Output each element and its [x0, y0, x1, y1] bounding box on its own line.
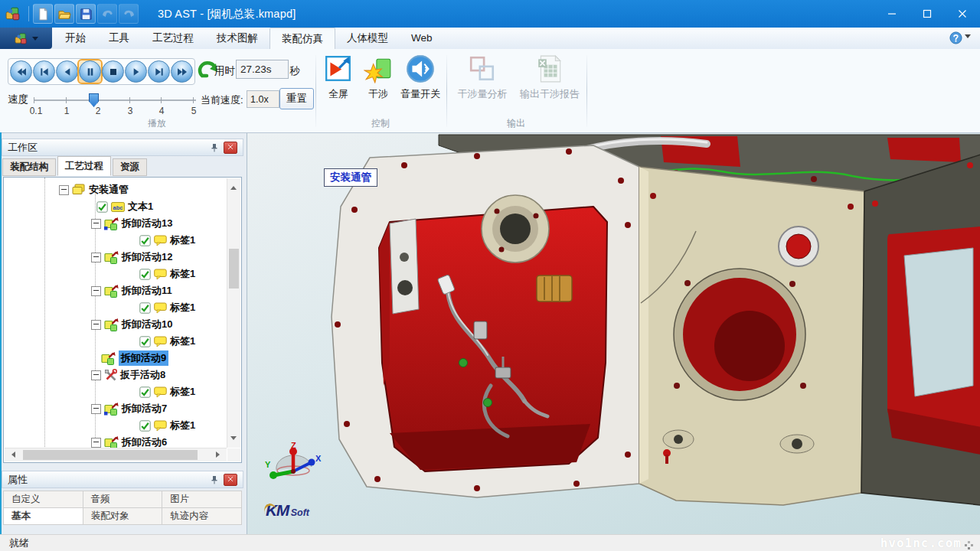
reset-speed-button[interactable]: 重置	[279, 88, 314, 109]
fullscreen-button[interactable]: 全屏	[318, 54, 358, 101]
tab-custom[interactable]: 自定义	[4, 491, 83, 508]
new-document-button[interactable]	[33, 4, 53, 24]
tab-trajectory[interactable]: 轨迹内容	[162, 508, 242, 525]
tab-start[interactable]: 开始	[54, 28, 97, 48]
checkbox-checked-icon[interactable]	[139, 386, 151, 398]
open-file-button[interactable]	[54, 4, 74, 24]
collapse-expander-icon[interactable]	[91, 253, 101, 262]
tree-item-tag[interactable]: 标签1	[4, 333, 226, 350]
3d-viewport[interactable]: 安装通管 Z X Y KM Soft	[247, 133, 980, 534]
workspace-panel-title: 工作区	[8, 141, 210, 155]
vertical-scrollbar-thumb[interactable]	[229, 249, 239, 289]
undo-button[interactable]	[97, 4, 117, 24]
elapsed-time-unit: 秒	[289, 64, 300, 78]
collapse-expander-icon[interactable]	[91, 286, 101, 296]
collapse-expander-icon[interactable]	[91, 320, 101, 330]
tab-assembly-structure[interactable]: 装配结构	[2, 158, 56, 176]
collapse-expander-icon[interactable]	[59, 185, 69, 195]
cad-model[interactable]	[247, 133, 980, 534]
checkbox-checked-icon[interactable]	[96, 201, 108, 213]
checkbox-checked-icon[interactable]	[139, 302, 151, 314]
workspace-panel: 工作区 装配结构 工艺过程 资源 安装通管 文本1 拆卸活动13 标签1	[2, 134, 243, 468]
orientation-axes[interactable]: Z X Y	[264, 442, 322, 485]
collapse-expander-icon[interactable]	[91, 404, 101, 414]
maximize-button[interactable]	[910, 0, 945, 28]
interference-button[interactable]: 干涉	[360, 54, 397, 101]
tab-process-tree[interactable]: 工艺过程	[57, 156, 111, 176]
horizontal-scrollbar[interactable]	[5, 448, 227, 461]
activity-icon	[101, 352, 116, 365]
scroll-down-icon[interactable]	[230, 436, 237, 443]
tab-process[interactable]: 工艺过程	[141, 28, 205, 48]
tree-item-activity12[interactable]: 拆卸活动12	[4, 249, 226, 266]
fast-forward-button[interactable]	[171, 60, 193, 83]
tag-bubble-icon	[154, 268, 167, 280]
vertical-scrollbar[interactable]	[227, 178, 240, 448]
tree-item-activity13[interactable]: 拆卸活动13	[4, 215, 226, 232]
tree-item-tag[interactable]: 标签1	[4, 266, 226, 282]
kmsoft-logo: KM Soft	[266, 501, 309, 520]
collapse-expander-icon[interactable]	[91, 438, 101, 448]
previous-button[interactable]	[33, 60, 55, 83]
application-menu-button[interactable]	[0, 28, 52, 49]
collapse-expander-icon[interactable]	[91, 370, 101, 380]
play-button[interactable]	[125, 60, 147, 83]
tab-web[interactable]: Web	[400, 28, 444, 48]
tree-item-tag[interactable]: 标签1	[4, 232, 226, 249]
minimize-button[interactable]	[874, 0, 910, 28]
collapse-expander-icon[interactable]	[91, 219, 101, 229]
scroll-left-icon[interactable]	[8, 452, 15, 458]
watermark: hvo1nc.com	[880, 536, 962, 550]
scroll-right-icon[interactable]	[216, 452, 223, 458]
skip-to-start-button[interactable]	[10, 60, 32, 83]
tab-basic[interactable]: 基本	[4, 508, 83, 525]
tab-resources[interactable]: 资源	[113, 158, 147, 176]
pin-icon[interactable]	[210, 475, 219, 484]
elapsed-time-field[interactable]: 27.23s	[236, 60, 289, 79]
horizontal-scrollbar-thumb[interactable]	[23, 450, 198, 460]
checkbox-checked-icon[interactable]	[139, 420, 151, 432]
speed-tick-label: 5	[191, 106, 197, 116]
tree-item-activity7[interactable]: 拆卸活动7	[4, 400, 226, 417]
current-speed-field[interactable]: 1.0x	[247, 90, 279, 108]
save-button[interactable]	[76, 4, 96, 24]
checkbox-checked-icon[interactable]	[139, 235, 151, 246]
speed-slider-track[interactable]	[34, 99, 196, 101]
properties-close-button[interactable]	[224, 474, 237, 486]
tab-technical-illustration[interactable]: 技术图解	[205, 28, 270, 48]
step-back-button[interactable]	[56, 60, 78, 83]
tree-item-activity10[interactable]: 拆卸活动10	[4, 316, 226, 333]
tab-assembly-simulation[interactable]: 装配仿真	[270, 28, 335, 50]
help-button[interactable]	[949, 31, 971, 44]
interference-analysis-button[interactable]: 干涉量分析	[452, 54, 513, 101]
watermark-pixels	[965, 541, 975, 550]
tree-item-activity11[interactable]: 拆卸活动11	[4, 282, 226, 299]
tree-item-wrench-activity8[interactable]: 扳手活动8	[4, 367, 226, 383]
workspace-close-button[interactable]	[224, 142, 237, 154]
tab-image[interactable]: 图片	[162, 491, 242, 508]
tab-human-model[interactable]: 人体模型	[335, 28, 400, 48]
tab-audio[interactable]: 音频	[83, 491, 163, 508]
checkbox-checked-icon[interactable]	[139, 336, 151, 347]
close-button[interactable]	[945, 0, 980, 28]
checkbox-checked-icon[interactable]	[139, 269, 151, 280]
tab-tools[interactable]: 工具	[97, 28, 141, 48]
tab-assembly-object[interactable]: 装配对象	[83, 508, 163, 525]
pin-icon[interactable]	[210, 143, 219, 152]
activity-icon	[104, 318, 119, 331]
redo-button[interactable]	[119, 4, 139, 24]
volume-toggle-button[interactable]: 音量开关	[397, 54, 444, 101]
tree-item-tag[interactable]: 标签1	[4, 417, 226, 434]
tree-item-text1[interactable]: 文本1	[4, 198, 226, 215]
window-title: 3D AST - [烟机总装.kmapd]	[158, 7, 296, 21]
tree-item-tag[interactable]: 标签1	[4, 299, 226, 316]
tree-item-activity9-selected[interactable]: 拆卸活动9	[4, 350, 226, 367]
tree-item-install-pipe[interactable]: 安装通管	[4, 181, 226, 198]
next-button[interactable]	[148, 60, 170, 83]
pause-button[interactable]	[79, 60, 101, 83]
tree-item-tag[interactable]: 标签1	[4, 383, 226, 400]
stop-button[interactable]	[102, 60, 124, 83]
interference-report-button[interactable]: 输出干涉报告	[514, 54, 585, 101]
activity-icon	[104, 217, 119, 230]
scroll-up-icon[interactable]	[230, 183, 237, 190]
